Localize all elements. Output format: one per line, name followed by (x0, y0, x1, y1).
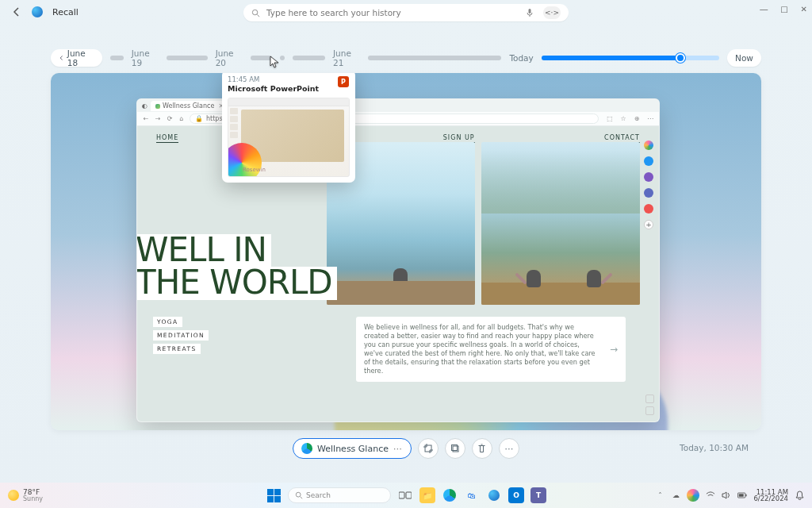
profile-icon: ◐ (142, 102, 147, 110)
wifi-icon[interactable] (706, 491, 715, 500)
nav-forward-icon[interactable]: → (154, 115, 162, 123)
timeline-handle[interactable] (676, 53, 685, 63)
timeline-segment[interactable] (110, 56, 124, 60)
app-title: Recall (52, 7, 79, 17)
browser-tab[interactable]: Wellness Glance ✕ (151, 101, 228, 111)
back-button[interactable] (8, 3, 25, 21)
edge-taskbar-icon[interactable] (442, 487, 458, 503)
favorite-icon[interactable]: ☆ (619, 115, 627, 123)
chevron-up-icon[interactable]: ˄ (655, 491, 665, 500)
collections-icon[interactable]: ⊕ (633, 115, 641, 123)
browser-tab-strip: ◐ Wellness Glance ✕ (137, 99, 659, 112)
delete-button[interactable] (472, 438, 492, 459)
tag-item[interactable]: YOGA (153, 317, 182, 327)
history-search[interactable]: Type here to search your history <·> (243, 4, 569, 21)
timeline-segment[interactable] (280, 56, 284, 60)
lock-icon: 🔒 (195, 115, 203, 122)
filter-button[interactable]: <·> (543, 6, 561, 19)
svg-rect-2 (529, 9, 531, 13)
search-icon (295, 491, 303, 499)
edge-sidebar: + (642, 140, 656, 229)
close-button[interactable]: ✕ (801, 5, 807, 13)
sidebar-app-icon[interactable] (644, 188, 653, 198)
volume-icon[interactable] (722, 491, 731, 500)
search-icon (251, 9, 260, 17)
edge-icon (301, 443, 312, 454)
webpage-content: HOME SIGN UP CONTACT (137, 126, 659, 421)
hero-image-yoga (481, 142, 640, 305)
more-actions-button[interactable]: ⋯ (499, 438, 519, 459)
timeline-now-button[interactable]: Now (727, 49, 761, 67)
recall-taskbar-icon[interactable] (486, 487, 502, 503)
timeline-date-label: June 19 (132, 48, 159, 67)
copilot-icon[interactable] (644, 140, 653, 150)
timeline-date-label: June 21 (333, 48, 360, 67)
svg-point-6 (296, 492, 301, 497)
settings-gear-icon[interactable] (645, 406, 654, 415)
timeline-date-selected[interactable]: June 18 (51, 49, 102, 67)
sidebar-app-icon[interactable] (644, 172, 653, 182)
mic-icon[interactable] (526, 8, 534, 17)
timeline-segment[interactable] (293, 56, 325, 60)
minimize-button[interactable]: ― (760, 5, 768, 13)
chevron-left-icon (59, 55, 64, 61)
nav-back-icon[interactable]: ← (142, 115, 150, 123)
taskbar-search[interactable]: Search (288, 487, 391, 503)
app-header: Recall Type here to search your history … (0, 0, 812, 24)
preview-thumbnail: Rosewin (228, 98, 350, 177)
search-placeholder: Type here to search your history (266, 8, 401, 17)
timeline-segment[interactable] (167, 56, 208, 60)
maximize-button[interactable]: □ (780, 5, 787, 13)
contrast-icon[interactable] (645, 394, 654, 403)
weather-widget[interactable]: 78°F Sunny (8, 489, 43, 502)
open-in-app-button[interactable]: Wellness Glance ⋯ (293, 438, 412, 459)
battery-icon[interactable] (737, 491, 747, 500)
timeline-segment[interactable] (368, 56, 501, 60)
snapshot-viewport: ◐ Wellness Glance ✕ ← → ⟳ ⌂ 🔒 https://we… (51, 73, 761, 430)
crop-button[interactable] (418, 438, 439, 459)
svg-rect-3 (425, 445, 431, 452)
browser-toolbar: ← → ⟳ ⌂ 🔒 https://wellnessglance.com ⬚ ☆… (137, 112, 659, 126)
timeline-preview-card[interactable]: 11:45 AM Microsoft PowerPoint P Rosewin (222, 73, 355, 183)
onedrive-icon[interactable]: ☁ (671, 491, 680, 500)
timeline-today-label: Today (509, 53, 533, 63)
system-tray: ˄ ☁ 11:11 AM 6/22/2024 (655, 489, 804, 502)
sidebar-app-icon[interactable] (644, 156, 653, 166)
arrow-right-icon[interactable]: → (610, 343, 618, 356)
snapshot-actions: Wellness Glance ⋯ ⋯ (293, 438, 519, 459)
sidebar-add-icon[interactable]: + (644, 220, 653, 229)
explorer-icon[interactable]: 📁 (419, 487, 435, 503)
timeline-today-slider[interactable] (542, 56, 719, 60)
svg-point-0 (252, 10, 257, 14)
hero-headline: WELL IN THE WORLD (136, 234, 337, 300)
timeline-date-label: June 20 (216, 48, 243, 67)
preview-app-name: Microsoft PowerPoint (228, 84, 350, 93)
timeline-segment[interactable] (251, 56, 273, 60)
powerpoint-icon: P (338, 76, 349, 87)
description-text: We believe in wellness for all, and for … (364, 323, 600, 375)
clock[interactable]: 11:11 AM 6/22/2024 (753, 489, 788, 502)
svg-rect-12 (739, 494, 744, 496)
tab-title: Wellness Glance (163, 102, 214, 110)
more-icon[interactable]: ⋯ (393, 444, 403, 454)
preview-time: 11:45 AM (228, 75, 350, 83)
captured-browser-window: ◐ Wellness Glance ✕ ← → ⟳ ⌂ 🔒 https://we… (136, 98, 660, 422)
refresh-icon[interactable]: ⟳ (166, 115, 174, 123)
extension-icon[interactable]: ⬚ (606, 115, 614, 123)
home-icon[interactable]: ⌂ (178, 115, 186, 123)
copilot-tray-icon[interactable] (687, 489, 699, 502)
start-button[interactable] (266, 487, 282, 503)
store-icon[interactable]: 🛍 (464, 487, 480, 503)
sidebar-app-icon[interactable] (644, 204, 653, 214)
svg-line-7 (301, 497, 303, 499)
timeline[interactable]: June 18 June 19 June 20 June 21 Today No… (51, 49, 761, 67)
tag-item[interactable]: RETREATS (153, 344, 201, 354)
teams-icon[interactable]: T (530, 487, 546, 503)
notifications-icon[interactable] (795, 491, 804, 500)
copy-button[interactable] (445, 438, 465, 459)
tag-item[interactable]: MEDITATION (153, 330, 209, 341)
timeline-date-label: June 18 (67, 48, 94, 67)
settings-icon[interactable]: ⋯ (646, 115, 654, 123)
task-view-icon[interactable] (397, 487, 413, 503)
outlook-icon[interactable]: O (508, 487, 524, 503)
